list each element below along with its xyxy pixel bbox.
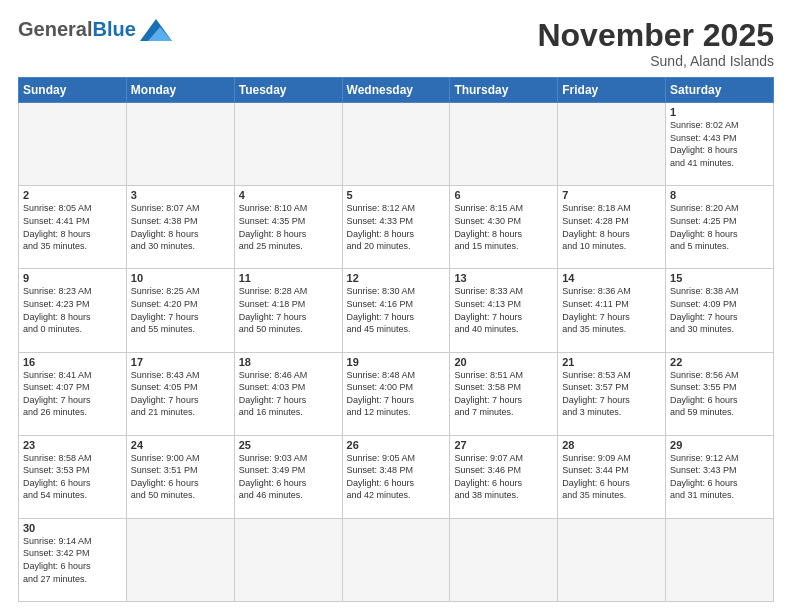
- header-saturday: Saturday: [666, 78, 774, 103]
- day-number: 27: [454, 439, 553, 451]
- calendar-day-cell: 13Sunrise: 8:33 AM Sunset: 4:13 PM Dayli…: [450, 269, 558, 352]
- day-info: Sunrise: 8:02 AM Sunset: 4:43 PM Dayligh…: [670, 119, 769, 169]
- day-info: Sunrise: 8:58 AM Sunset: 3:53 PM Dayligh…: [23, 452, 122, 502]
- title-section: November 2025 Sund, Aland Islands: [537, 18, 774, 69]
- calendar-week-row: 23Sunrise: 8:58 AM Sunset: 3:53 PM Dayli…: [19, 435, 774, 518]
- day-info: Sunrise: 9:09 AM Sunset: 3:44 PM Dayligh…: [562, 452, 661, 502]
- day-number: 13: [454, 272, 553, 284]
- day-number: 6: [454, 189, 553, 201]
- calendar-day-cell: [126, 103, 234, 186]
- calendar-day-cell: [234, 103, 342, 186]
- calendar-day-cell: 6Sunrise: 8:15 AM Sunset: 4:30 PM Daylig…: [450, 186, 558, 269]
- location-subtitle: Sund, Aland Islands: [537, 53, 774, 69]
- calendar-day-cell: [234, 518, 342, 601]
- calendar-day-cell: 23Sunrise: 8:58 AM Sunset: 3:53 PM Dayli…: [19, 435, 127, 518]
- day-info: Sunrise: 8:30 AM Sunset: 4:16 PM Dayligh…: [347, 285, 446, 335]
- day-info: Sunrise: 9:00 AM Sunset: 3:51 PM Dayligh…: [131, 452, 230, 502]
- calendar-day-cell: 14Sunrise: 8:36 AM Sunset: 4:11 PM Dayli…: [558, 269, 666, 352]
- day-info: Sunrise: 9:07 AM Sunset: 3:46 PM Dayligh…: [454, 452, 553, 502]
- calendar-day-cell: [126, 518, 234, 601]
- calendar-day-cell: 10Sunrise: 8:25 AM Sunset: 4:20 PM Dayli…: [126, 269, 234, 352]
- calendar-day-cell: 18Sunrise: 8:46 AM Sunset: 4:03 PM Dayli…: [234, 352, 342, 435]
- calendar-day-cell: 28Sunrise: 9:09 AM Sunset: 3:44 PM Dayli…: [558, 435, 666, 518]
- calendar-week-row: 1Sunrise: 8:02 AM Sunset: 4:43 PM Daylig…: [19, 103, 774, 186]
- day-info: Sunrise: 8:12 AM Sunset: 4:33 PM Dayligh…: [347, 202, 446, 252]
- day-info: Sunrise: 8:18 AM Sunset: 4:28 PM Dayligh…: [562, 202, 661, 252]
- day-number: 26: [347, 439, 446, 451]
- day-info: Sunrise: 8:33 AM Sunset: 4:13 PM Dayligh…: [454, 285, 553, 335]
- day-info: Sunrise: 9:05 AM Sunset: 3:48 PM Dayligh…: [347, 452, 446, 502]
- calendar-day-cell: 7Sunrise: 8:18 AM Sunset: 4:28 PM Daylig…: [558, 186, 666, 269]
- calendar-day-cell: [558, 518, 666, 601]
- calendar-day-cell: 9Sunrise: 8:23 AM Sunset: 4:23 PM Daylig…: [19, 269, 127, 352]
- calendar-day-cell: 4Sunrise: 8:10 AM Sunset: 4:35 PM Daylig…: [234, 186, 342, 269]
- logo: General Blue: [18, 18, 172, 41]
- day-info: Sunrise: 8:36 AM Sunset: 4:11 PM Dayligh…: [562, 285, 661, 335]
- calendar-day-cell: [558, 103, 666, 186]
- day-number: 11: [239, 272, 338, 284]
- calendar-day-cell: 26Sunrise: 9:05 AM Sunset: 3:48 PM Dayli…: [342, 435, 450, 518]
- calendar-day-cell: 21Sunrise: 8:53 AM Sunset: 3:57 PM Dayli…: [558, 352, 666, 435]
- day-number: 18: [239, 356, 338, 368]
- day-number: 16: [23, 356, 122, 368]
- header-wednesday: Wednesday: [342, 78, 450, 103]
- calendar-day-cell: 3Sunrise: 8:07 AM Sunset: 4:38 PM Daylig…: [126, 186, 234, 269]
- header-thursday: Thursday: [450, 78, 558, 103]
- calendar-day-cell: 30Sunrise: 9:14 AM Sunset: 3:42 PM Dayli…: [19, 518, 127, 601]
- day-info: Sunrise: 8:53 AM Sunset: 3:57 PM Dayligh…: [562, 369, 661, 419]
- day-info: Sunrise: 8:23 AM Sunset: 4:23 PM Dayligh…: [23, 285, 122, 335]
- logo-blue-text: Blue: [92, 18, 135, 41]
- day-info: Sunrise: 8:41 AM Sunset: 4:07 PM Dayligh…: [23, 369, 122, 419]
- day-number: 14: [562, 272, 661, 284]
- calendar-day-cell: 12Sunrise: 8:30 AM Sunset: 4:16 PM Dayli…: [342, 269, 450, 352]
- day-info: Sunrise: 8:25 AM Sunset: 4:20 PM Dayligh…: [131, 285, 230, 335]
- day-number: 8: [670, 189, 769, 201]
- day-number: 9: [23, 272, 122, 284]
- calendar-day-cell: 19Sunrise: 8:48 AM Sunset: 4:00 PM Dayli…: [342, 352, 450, 435]
- day-number: 22: [670, 356, 769, 368]
- day-info: Sunrise: 8:07 AM Sunset: 4:38 PM Dayligh…: [131, 202, 230, 252]
- day-number: 1: [670, 106, 769, 118]
- calendar-day-cell: [19, 103, 127, 186]
- calendar-day-cell: 22Sunrise: 8:56 AM Sunset: 3:55 PM Dayli…: [666, 352, 774, 435]
- calendar-day-cell: 2Sunrise: 8:05 AM Sunset: 4:41 PM Daylig…: [19, 186, 127, 269]
- day-info: Sunrise: 8:51 AM Sunset: 3:58 PM Dayligh…: [454, 369, 553, 419]
- day-number: 3: [131, 189, 230, 201]
- calendar-day-cell: [450, 103, 558, 186]
- day-number: 20: [454, 356, 553, 368]
- day-info: Sunrise: 8:56 AM Sunset: 3:55 PM Dayligh…: [670, 369, 769, 419]
- logo-icon: [140, 19, 172, 41]
- page: General Blue November 2025 Sund, Aland I…: [0, 0, 792, 612]
- day-info: Sunrise: 8:10 AM Sunset: 4:35 PM Dayligh…: [239, 202, 338, 252]
- calendar-day-cell: 27Sunrise: 9:07 AM Sunset: 3:46 PM Dayli…: [450, 435, 558, 518]
- day-number: 12: [347, 272, 446, 284]
- day-info: Sunrise: 8:05 AM Sunset: 4:41 PM Dayligh…: [23, 202, 122, 252]
- day-number: 5: [347, 189, 446, 201]
- header-monday: Monday: [126, 78, 234, 103]
- day-info: Sunrise: 8:38 AM Sunset: 4:09 PM Dayligh…: [670, 285, 769, 335]
- calendar-day-cell: [450, 518, 558, 601]
- calendar-week-row: 16Sunrise: 8:41 AM Sunset: 4:07 PM Dayli…: [19, 352, 774, 435]
- calendar-day-cell: 20Sunrise: 8:51 AM Sunset: 3:58 PM Dayli…: [450, 352, 558, 435]
- calendar-week-row: 30Sunrise: 9:14 AM Sunset: 3:42 PM Dayli…: [19, 518, 774, 601]
- header-tuesday: Tuesday: [234, 78, 342, 103]
- logo-text: General Blue: [18, 18, 172, 41]
- day-number: 29: [670, 439, 769, 451]
- day-number: 15: [670, 272, 769, 284]
- header-friday: Friday: [558, 78, 666, 103]
- calendar-day-cell: 15Sunrise: 8:38 AM Sunset: 4:09 PM Dayli…: [666, 269, 774, 352]
- day-info: Sunrise: 9:14 AM Sunset: 3:42 PM Dayligh…: [23, 535, 122, 585]
- calendar-day-cell: [666, 518, 774, 601]
- day-number: 21: [562, 356, 661, 368]
- calendar-week-row: 9Sunrise: 8:23 AM Sunset: 4:23 PM Daylig…: [19, 269, 774, 352]
- day-number: 25: [239, 439, 338, 451]
- calendar-day-cell: 17Sunrise: 8:43 AM Sunset: 4:05 PM Dayli…: [126, 352, 234, 435]
- day-number: 2: [23, 189, 122, 201]
- day-info: Sunrise: 9:12 AM Sunset: 3:43 PM Dayligh…: [670, 452, 769, 502]
- day-number: 17: [131, 356, 230, 368]
- day-number: 28: [562, 439, 661, 451]
- day-info: Sunrise: 8:28 AM Sunset: 4:18 PM Dayligh…: [239, 285, 338, 335]
- calendar-day-cell: 5Sunrise: 8:12 AM Sunset: 4:33 PM Daylig…: [342, 186, 450, 269]
- calendar-day-cell: 16Sunrise: 8:41 AM Sunset: 4:07 PM Dayli…: [19, 352, 127, 435]
- month-year-title: November 2025: [537, 18, 774, 53]
